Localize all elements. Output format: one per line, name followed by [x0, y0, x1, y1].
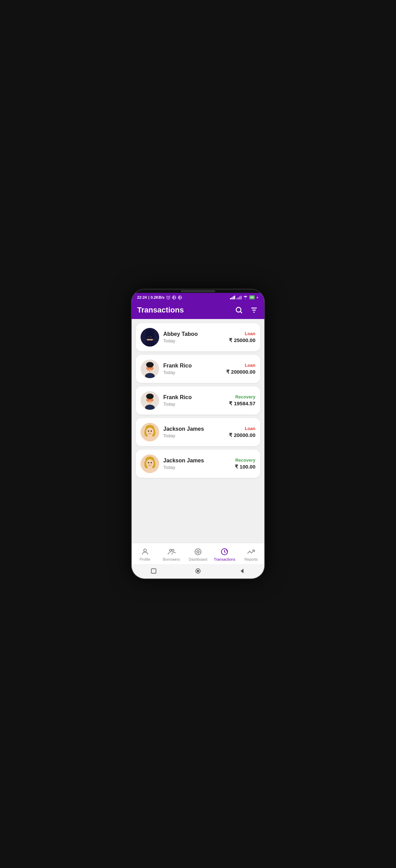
transaction-type: Recovery — [235, 458, 255, 463]
transaction-amount: ₹ 100.00 — [235, 464, 255, 470]
svg-point-17 — [146, 362, 154, 367]
borrower-name: Frank Rico — [163, 394, 225, 400]
signal-bars-2 — [236, 296, 242, 299]
status-bar: 22:24 | 0.2KB/s — [132, 293, 264, 301]
table-row[interactable]: Abbey Taboo Today Loan ₹ 25000.00 — [136, 323, 260, 351]
svg-point-12 — [148, 336, 149, 338]
signal-bars-1 — [230, 296, 235, 299]
svg-point-37 — [146, 428, 154, 436]
transaction-date: Today — [163, 338, 225, 343]
status-left: 22:24 | 0.2KB/s — [137, 295, 182, 300]
search-button[interactable] — [234, 305, 244, 315]
recent-apps-button[interactable] — [150, 567, 158, 575]
circle-icon — [195, 568, 201, 574]
battery-icon: 89 — [249, 295, 255, 299]
borrower-name: Jackson James — [163, 426, 225, 432]
table-row[interactable]: Frank Rico Today Recovery ₹ 19584.57 — [136, 386, 260, 415]
screen: 22:24 | 0.2KB/s — [132, 293, 264, 579]
table-row[interactable]: Jackson James Today Recovery ₹ 100.00 — [136, 450, 260, 478]
network-speed: 0.2KB/s — [151, 295, 164, 299]
transaction-amount-section: Loan ₹ 20000.00 — [229, 426, 255, 438]
transaction-type: Loan — [226, 363, 255, 368]
nav-item-dashboard[interactable]: Dashboard — [185, 546, 211, 563]
transaction-info: Abbey Taboo Today — [163, 331, 225, 343]
square-icon — [150, 568, 157, 574]
battery-level: 89 — [250, 296, 254, 299]
nav-item-transactions[interactable]: Transactions — [211, 546, 238, 563]
svg-rect-11 — [145, 335, 154, 339]
filter-button[interactable] — [249, 305, 259, 315]
transaction-amount-section: Recovery ₹ 100.00 — [235, 458, 255, 470]
svg-point-38 — [148, 430, 149, 432]
reports-nav-icon — [246, 547, 255, 556]
nav-item-borrowers[interactable]: Borrowers — [158, 546, 185, 563]
avatar — [141, 423, 159, 441]
svg-point-58 — [197, 570, 199, 572]
avatar — [141, 391, 159, 410]
svg-point-3 — [245, 298, 246, 299]
transaction-date: Today — [163, 433, 225, 438]
transaction-type: Loan — [229, 331, 255, 336]
page-title: Transactions — [137, 306, 184, 315]
svg-point-45 — [146, 459, 154, 468]
transaction-date: Today — [163, 402, 225, 407]
transaction-info: Jackson James Today — [163, 426, 225, 438]
vpn-icon-1 — [172, 295, 176, 300]
transaction-amount: ₹ 19584.57 — [229, 400, 255, 407]
svg-point-4 — [236, 307, 241, 312]
notch — [181, 290, 215, 292]
borrower-name: Abbey Taboo — [163, 331, 225, 337]
charging-icon — [256, 295, 259, 300]
svg-point-39 — [151, 430, 152, 432]
time-display: 22:24 — [137, 295, 147, 299]
transaction-amount: ₹ 25000.00 — [229, 337, 255, 343]
table-row[interactable]: Frank Rico Today Loan ₹ 200000.00 — [136, 355, 260, 383]
transaction-date: Today — [163, 465, 231, 470]
svg-point-49 — [144, 549, 146, 552]
system-bar — [132, 564, 264, 579]
transactions-nav-icon — [220, 547, 229, 556]
transaction-amount-section: Loan ₹ 25000.00 — [229, 331, 255, 343]
wifi-icon — [243, 295, 248, 300]
svg-point-51 — [172, 549, 174, 551]
home-button[interactable] — [194, 567, 202, 575]
borrowers-nav-label: Borrowers — [163, 557, 180, 561]
table-row[interactable]: Jackson James Today Loan ₹ 20000.00 — [136, 418, 260, 446]
reports-nav-label: Reports — [244, 557, 258, 561]
dashboard-nav-icon — [194, 547, 202, 556]
svg-point-50 — [169, 549, 172, 551]
svg-point-47 — [151, 462, 152, 463]
avatar — [141, 360, 159, 378]
nav-item-reports[interactable]: Reports — [238, 546, 264, 563]
transaction-info: Frank Rico Today — [163, 394, 225, 407]
transaction-amount: ₹ 200000.00 — [226, 369, 255, 375]
svg-point-53 — [197, 551, 199, 553]
borrower-name: Frank Rico — [163, 363, 222, 369]
borrower-name: Jackson James — [163, 458, 231, 464]
transaction-date: Today — [163, 370, 222, 375]
borrowers-nav-icon — [167, 547, 176, 556]
phone-frame: 22:24 | 0.2KB/s — [131, 289, 265, 579]
svg-point-32 — [148, 401, 151, 402]
svg-point-26 — [146, 394, 154, 399]
svg-marker-59 — [241, 569, 243, 573]
bottom-nav: Profile Borrowers — [132, 543, 264, 564]
svg-point-46 — [148, 462, 149, 463]
app-bar: Transactions — [132, 301, 264, 319]
nav-item-profile[interactable]: Profile — [132, 546, 158, 563]
dashboard-nav-label: Dashboard — [189, 557, 207, 561]
transaction-list: Abbey Taboo Today Loan ₹ 25000.00 — [132, 319, 264, 543]
transaction-amount: ₹ 20000.00 — [229, 432, 255, 438]
back-button[interactable] — [238, 567, 246, 575]
speed-display: | — [148, 295, 149, 299]
svg-point-54 — [196, 550, 200, 554]
vpn-icon-2 — [178, 295, 182, 300]
svg-point-23 — [148, 369, 151, 371]
transaction-info: Jackson James Today — [163, 458, 231, 470]
svg-point-13 — [151, 336, 152, 338]
alarm-icon — [166, 295, 170, 300]
filter-icon — [250, 306, 258, 314]
transaction-info: Frank Rico Today — [163, 363, 222, 375]
avatar — [141, 328, 159, 347]
transactions-nav-label: Transactions — [214, 557, 235, 561]
